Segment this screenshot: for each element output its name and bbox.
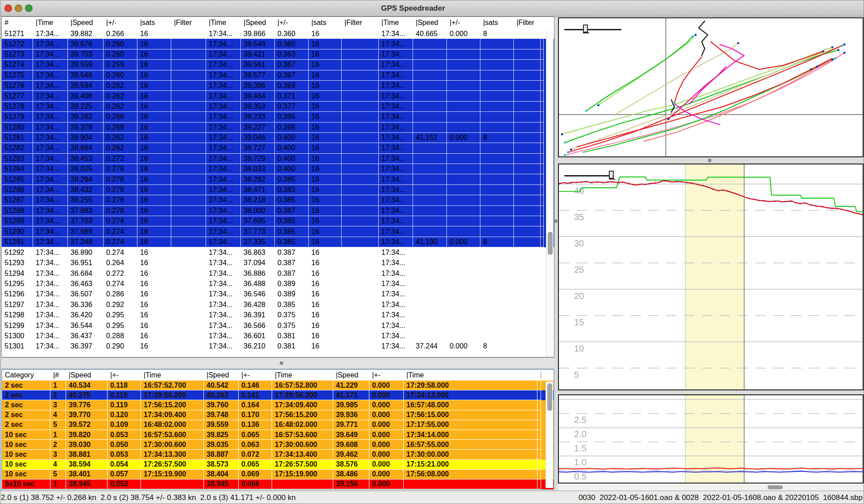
map-zoom-slider[interactable] <box>564 23 627 38</box>
column-header[interactable]: |+- <box>239 371 272 379</box>
column-header[interactable]: |# <box>50 371 66 379</box>
column-header[interactable]: |sats <box>309 19 342 27</box>
points-table-row[interactable]: 5128117:34...38.9040.2621617:34...39.046… <box>2 133 554 143</box>
column-header[interactable]: |+/- <box>103 19 137 27</box>
points-table-row[interactable]: 5129617:34...36.5070.2861617:34...36.546… <box>2 289 554 299</box>
slider-handle[interactable] <box>583 25 588 33</box>
cell: 39.546 <box>68 70 103 81</box>
points-table-row[interactable]: 5128817:34...37.9830.2781617:34...38.000… <box>2 206 554 216</box>
scrollbar-thumb[interactable] <box>548 232 553 255</box>
column-header[interactable]: |Time <box>404 371 537 379</box>
points-table-row[interactable]: 5128917:34...37.7030.2741617:34...37.695… <box>2 216 554 226</box>
points-table-row[interactable]: 5127517:34...39.5460.2601617:34...39.577… <box>2 70 554 81</box>
horizontal-splitter[interactable] <box>1 357 554 369</box>
column-header[interactable]: | <box>537 371 541 379</box>
results-table-row[interactable]: 2 sec439.7700.12017:34:09.40039.7480.170… <box>2 410 554 420</box>
column-header[interactable]: |Time <box>206 19 241 27</box>
points-table-row[interactable]: 5128617:34...38.4320.2781617:34...38.471… <box>2 185 554 195</box>
points-table-row[interactable]: 5129317:34...36.9510.2641617:34...37.094… <box>2 258 554 268</box>
cell: 0.262 <box>103 81 137 91</box>
points-table-row[interactable]: 5129117:34...37.2480.2741617:34...37.335… <box>2 237 554 247</box>
points-table-row[interactable]: 5127117:34...39.8820.2661617:34...39.866… <box>2 29 554 39</box>
points-table-row[interactable]: 5127717:34...39.4080.2621617:34...39.464… <box>2 91 554 101</box>
results-table-row[interactable]: 10 sec139.8200.05316:57:53.60039.8250.06… <box>2 430 554 440</box>
column-header[interactable]: |+- <box>369 371 404 379</box>
scrollbar-thumb[interactable] <box>547 383 552 411</box>
column-header[interactable]: |Speed <box>66 371 107 379</box>
column-header[interactable]: |Speed <box>333 371 369 379</box>
points-table-row[interactable]: 5127417:34...39.5590.2591617:34...39.561… <box>2 60 554 70</box>
column-header[interactable]: |Time <box>379 19 413 27</box>
splitter-handle-icon[interactable] <box>280 361 283 365</box>
column-header[interactable]: |Speed <box>204 371 239 379</box>
column-header[interactable]: |Filter <box>514 19 541 27</box>
column-header[interactable]: |Time <box>33 19 68 27</box>
chart-hscrollbar[interactable] <box>558 484 864 491</box>
points-table-row[interactable]: 5128517:34...38.2940.2781617:34...38.282… <box>2 174 554 184</box>
results-table-scrollbar[interactable] <box>546 381 553 488</box>
points-table-row[interactable]: 5129517:34...36.4630.2741617:34...36.488… <box>2 279 554 289</box>
points-table-row[interactable]: 5129017:34...37.6890.2741617:34...37.773… <box>2 226 554 237</box>
points-table-row[interactable]: 5128717:34...38.2550.2781617:34...38.218… <box>2 195 554 205</box>
column-header[interactable]: | <box>541 19 544 27</box>
points-table-row[interactable]: 5128317:34...38.4530.2721617:34...38.729… <box>2 154 554 164</box>
column-header[interactable]: |Time <box>141 371 204 379</box>
points-table-row[interactable]: 5128017:34...39.3780.2681617:34...39.227… <box>2 123 554 133</box>
results-table-row[interactable]: 2 sec140.5340.11816:57:52.70040.5420.146… <box>2 381 554 390</box>
points-table-scrollbar[interactable] <box>546 29 554 357</box>
column-header[interactable]: |Speed <box>241 19 275 27</box>
points-table-row[interactable]: 5129817:34...36.4200.2951617:34...36.391… <box>2 310 554 320</box>
results-table-row[interactable]: 2 sec240.2750.11517:29:56.20040.2630.141… <box>2 390 554 400</box>
points-table-row[interactable]: 5127617:34...39.5940.2621617:34...39.386… <box>2 81 554 91</box>
map-chart-splitter-handle-icon[interactable] <box>708 159 711 162</box>
cell: 0.066 <box>239 479 272 489</box>
points-table-row[interactable]: 5128417:34...38.0250.2761617:34...38.033… <box>2 164 554 174</box>
column-header[interactable]: |sats <box>137 19 171 27</box>
points-table-row[interactable]: 5128217:34...38.6940.2621617:34...38.727… <box>2 143 554 153</box>
points-table-row[interactable]: 5129717:34...36.3360.2921617:34...36.428… <box>2 299 554 310</box>
points-table-row[interactable]: 5129217:34...36.8900.2741617:34...36.863… <box>2 247 554 258</box>
column-header[interactable]: |Time <box>272 371 333 379</box>
chart-zoom-slider[interactable] <box>564 169 627 184</box>
results-table-row[interactable]: 10 sec338.8810.05317:34:13.30038.8870.07… <box>2 450 554 459</box>
column-header[interactable]: # <box>2 19 33 27</box>
results-table-row[interactable]: 5x10 sec138.9450.05238.9450.06639.1560.0… <box>2 479 554 489</box>
cell: 41.190 <box>413 237 447 247</box>
column-header[interactable]: Category <box>2 371 50 379</box>
results-table-row[interactable]: 2 sec339.7760.11917:56:15.20039.7600.164… <box>2 400 554 410</box>
track-map-panel[interactable] <box>558 17 864 157</box>
points-table-row[interactable]: 5129917:34...36.5440.2951617:34...36.566… <box>2 320 554 331</box>
points-table-row[interactable]: 5127317:34...39.7030.2601617:34...39.421… <box>2 49 554 60</box>
speed-chart-panel[interactable]: 403530252015105 <box>558 164 864 390</box>
results-table-row[interactable]: 10 sec239.0300.05017:30:00.60039.0350.06… <box>2 440 554 450</box>
points-table-row[interactable]: 5127817:34...39.2250.2621617:34...39.353… <box>2 102 554 112</box>
points-table-row[interactable]: 5129417:34...36.6840.2721617:34...36.886… <box>2 268 554 279</box>
column-header[interactable]: |+/- <box>275 19 309 27</box>
points-table-row[interactable]: 5127217:34...39.6760.2601617:34...39.548… <box>2 39 554 49</box>
accuracy-chart-panel[interactable]: 2.52.01.51.00.5 <box>558 394 864 484</box>
hscrollbar-thumb[interactable] <box>768 485 783 489</box>
results-table-row[interactable]: 10 sec538.4010.05717:15:19.90038.4040.06… <box>2 470 554 479</box>
column-header[interactable]: |+- <box>107 371 141 379</box>
cell <box>514 60 541 70</box>
column-header[interactable]: |Speed <box>413 19 447 27</box>
cell <box>413 39 447 49</box>
points-table-row[interactable]: 5130117:34...36.3970.2901617:34...36.210… <box>2 341 554 352</box>
column-header[interactable]: |sats <box>480 19 514 27</box>
column-header[interactable]: |Filter <box>342 19 379 27</box>
results-table-row[interactable]: 10 sec438.5940.05417:26:57.50038.5730.06… <box>2 460 554 470</box>
cell: 16 <box>309 81 342 91</box>
column-header[interactable]: |Speed <box>68 19 103 27</box>
points-table-row[interactable]: 5130017:34...36.4370.2881617:34...36.601… <box>2 331 554 341</box>
column-header[interactable]: |Filter <box>171 19 206 27</box>
column-header[interactable]: |+/- <box>447 19 480 27</box>
svg-text:25: 25 <box>574 265 584 275</box>
cell <box>514 174 541 184</box>
slider-handle[interactable] <box>609 171 614 179</box>
cell <box>514 123 541 133</box>
cell: 16 <box>137 133 171 143</box>
cell <box>480 226 514 237</box>
points-table-row[interactable]: 5127917:34...39.2620.2661617:34...39.233… <box>2 112 554 122</box>
vertical-splitter-handle-icon[interactable] <box>554 219 558 223</box>
results-table-row[interactable]: 2 sec539.5720.10916:48:02.00039.5590.136… <box>2 420 554 430</box>
